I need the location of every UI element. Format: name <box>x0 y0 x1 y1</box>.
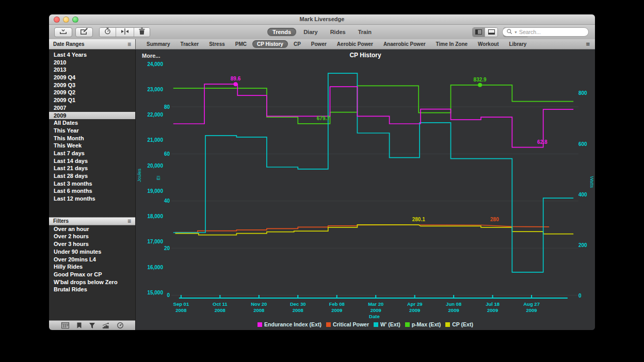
stopwatch-button[interactable] <box>100 28 116 37</box>
gauge-icon[interactable] <box>117 322 123 328</box>
legend-item-w-ext: W' (Ext) <box>374 321 400 327</box>
minimize-window-button[interactable] <box>63 17 69 23</box>
tab-summary[interactable]: Summary <box>142 40 175 48</box>
series-w-ext <box>173 73 573 272</box>
split-view-icon <box>121 27 129 37</box>
daterange-item-this-year[interactable]: This Year <box>49 127 135 135</box>
x-tick-label: Dec 30 <box>290 301 306 307</box>
daterange-item-this-week[interactable]: This Week <box>49 142 135 150</box>
filter-item-over-3-hours[interactable]: Over 3 hours <box>49 240 135 248</box>
daterange-item-2013[interactable]: 2013 <box>49 66 135 74</box>
daterange-item-2009[interactable]: 2009 <box>49 112 135 120</box>
daterange-item-last-7-days[interactable]: Last 7 days <box>49 150 135 157</box>
sidebar-toggle-button[interactable] <box>473 28 485 37</box>
x-tick-label-year: 2008 <box>253 307 264 313</box>
view-segment-trends[interactable]: Trends <box>267 28 296 36</box>
x-tick-label: Sep 01 <box>173 301 189 307</box>
x-tick-label-year: 2009 <box>487 307 498 313</box>
legend-swatch <box>445 322 450 327</box>
filter-item-over-2-hours[interactable]: Over 2 hours <box>49 233 135 240</box>
ei-tick-label: 60 <box>164 151 170 157</box>
watts-tick-label: 0 <box>578 293 582 299</box>
tab-pmc[interactable]: PMC <box>231 40 251 48</box>
tab-cp-history[interactable]: CP History <box>252 40 288 48</box>
bookmark-icon[interactable] <box>77 322 82 328</box>
value-label-89-6: 89.6 <box>231 76 241 81</box>
series-endurance-index-ext <box>173 84 573 147</box>
chart-panel: Sep 012008Oct 112008Nov 202008Dec 302008… <box>136 50 595 330</box>
filter-item-over-20mins-l4[interactable]: Over 20mins L4 <box>49 256 135 264</box>
app-window: Mark Liversedge <box>49 14 595 330</box>
daterange-item-2009-q3[interactable]: 2009 Q3 <box>49 81 135 89</box>
view-segment-train[interactable]: Train <box>353 28 377 36</box>
chart-bars-icon[interactable] <box>103 323 109 328</box>
filter-item-hilly-rides[interactable]: Hilly Rides <box>49 263 135 271</box>
filters-list: Over an hourOver 2 hoursOver 3 hoursUnde… <box>49 225 135 293</box>
split-view-button[interactable] <box>116 28 134 37</box>
legend-label: CP (Ext) <box>452 321 473 327</box>
view-segment-rides[interactable]: Rides <box>325 28 351 36</box>
daterange-item-last-12-months[interactable]: Last 12 months <box>49 195 135 203</box>
tab-cp[interactable]: CP <box>289 40 305 48</box>
ei-tick-label: 0 <box>167 292 170 298</box>
date-ranges-menu-icon[interactable]: ≡ <box>127 42 131 47</box>
watts-axis-title: Watts <box>589 176 594 188</box>
value-label-679-7: 679.7 <box>317 116 330 121</box>
x-tick-label: Jul 18 <box>486 301 500 307</box>
view-segment-diary[interactable]: Diary <box>298 28 323 36</box>
daterange-item-last-21-days[interactable]: Last 21 days <box>49 164 135 172</box>
daterange-item-2007[interactable]: 2007 <box>49 104 135 112</box>
daterange-item-all-dates[interactable]: All Dates <box>49 119 135 127</box>
zoom-window-button[interactable] <box>72 17 78 23</box>
joules-tick-label: 23,000 <box>147 87 163 92</box>
daterange-item-2009-q1[interactable]: 2009 Q1 <box>49 96 135 104</box>
cp-history-chart: Sep 012008Oct 112008Nov 202008Dec 302008… <box>136 50 595 330</box>
daterange-item-last-6-months[interactable]: Last 6 months <box>49 187 135 195</box>
edit-activity-button[interactable] <box>75 27 93 37</box>
tabbar-menu-icon[interactable]: ≡ <box>581 40 595 48</box>
download-button[interactable] <box>54 27 72 37</box>
chart-tabs: SummaryTrackerStressPMCCP HistoryCPPower… <box>136 40 581 48</box>
joules-tick-label: 18,000 <box>147 213 163 219</box>
tab-power[interactable]: Power <box>307 40 331 48</box>
marker-endurance-index-ext <box>234 82 238 86</box>
window-title: Mark Liversedge <box>49 14 595 24</box>
filter-item-over-an-hour[interactable]: Over an hour <box>49 225 135 233</box>
filters-menu-icon[interactable]: ≡ <box>127 219 131 224</box>
daterange-item-this-month[interactable]: This Month <box>49 135 135 142</box>
daterange-item-2010[interactable]: 2010 <box>49 59 135 67</box>
x-tick-label-year: 2009 <box>526 307 537 313</box>
daterange-item-2009-q4[interactable]: 2009 Q4 <box>49 74 135 81</box>
ei-tick-label: 80 <box>164 104 170 110</box>
daterange-item-2009-q2[interactable]: 2009 Q2 <box>49 89 135 96</box>
filter-item-good-pmax-or-cp[interactable]: Good Pmax or CP <box>49 271 135 278</box>
tab-stress[interactable]: Stress <box>204 40 230 48</box>
tab-workout[interactable]: Workout <box>473 40 503 48</box>
legend-label: Critical Power <box>333 321 369 327</box>
daterange-item-last-4-years[interactable]: Last 4 Years <box>49 51 135 59</box>
tab-aerobic-power[interactable]: Aerobic Power <box>332 40 378 48</box>
x-tick-label-year: 2008 <box>293 307 303 313</box>
activity-tool-group <box>99 27 150 37</box>
tab-library[interactable]: Library <box>504 40 531 48</box>
filter-item-w-bal-drops-below-zero[interactable]: W'bal drops below Zero <box>49 278 135 286</box>
traffic-lights <box>54 17 78 23</box>
tab-time-in-zone[interactable]: Time In Zone <box>431 40 473 48</box>
daterange-item-last-14-days[interactable]: Last 14 days <box>49 157 135 165</box>
daterange-item-last-3-months[interactable]: Last 3 months <box>49 180 135 188</box>
filter-funnel-icon[interactable] <box>89 323 95 328</box>
value-label-62-8: 62.8 <box>537 139 548 145</box>
search-field[interactable]: ▼ Search... <box>502 27 589 37</box>
calendar-icon[interactable] <box>61 322 69 328</box>
tab-anaerobic-power[interactable]: Anaerobic Power <box>379 40 430 48</box>
tab-tracker[interactable]: Tracker <box>176 40 204 48</box>
daterange-item-last-28-days[interactable]: Last 28 days <box>49 172 135 180</box>
watts-tick-label: 600 <box>578 141 587 147</box>
x-tick-label-year: 2009 <box>371 307 381 313</box>
delete-button[interactable] <box>134 28 150 37</box>
filter-item-brutal-rides[interactable]: Brutal Rides <box>49 286 135 293</box>
filter-item-under-90-minutes[interactable]: Under 90 minutes <box>49 248 135 256</box>
lowbar-toggle-button[interactable] <box>485 28 497 37</box>
search-scope-caret-icon[interactable]: ▼ <box>514 30 518 34</box>
close-window-button[interactable] <box>54 17 60 23</box>
